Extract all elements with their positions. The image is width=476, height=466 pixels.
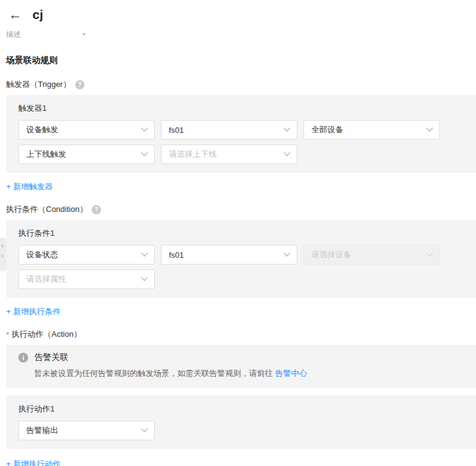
trigger-select-row-1: 设备触发 fs01 全部设备 (18, 120, 464, 140)
chevron-down-icon (141, 149, 147, 156)
chevron-down-icon (426, 125, 433, 132)
alert-body: 暂未被设置为任何告警规则的触发场景，如需关联告警规则，请前往 告警中心 (34, 368, 464, 379)
trigger-event-select[interactable]: 上下线触发 (18, 145, 155, 164)
scene-rule-detail-page: ← cj 描述 - 场景联动规则 触发器（Trigger） ? 触发器1 设备触… (0, 0, 476, 466)
condition-group-title: 执行条件1 (18, 228, 464, 239)
chevron-down-icon (141, 250, 147, 257)
condition-label: 执行条件（Condition） (6, 204, 87, 215)
required-mark: * (6, 330, 9, 339)
alert-association-panel: i 告警关联 暂未被设置为任何告警规则的触发场景，如需关联告警规则，请前往 告警… (6, 345, 476, 388)
condition-product-select[interactable]: fs01 (161, 245, 297, 265)
trigger-product-select[interactable]: fs01 (161, 120, 297, 140)
alert-center-link[interactable]: 告警中心 (275, 369, 307, 378)
back-arrow-icon[interactable]: ← (9, 8, 22, 21)
description-row: 描述 - (6, 29, 476, 40)
action-label-row: * 执行动作（Action） (6, 329, 476, 340)
condition-type-select[interactable]: 设备状态 (18, 245, 155, 265)
chevron-down-icon (141, 426, 147, 432)
alert-title: 告警关联 (34, 352, 69, 363)
description-value: - (83, 29, 85, 40)
trigger-select-row-2: 上下线触发 请选择上下线 (18, 145, 464, 164)
trigger-group-title: 触发器1 (18, 103, 464, 114)
chevron-down-icon (141, 125, 147, 132)
section-title: 场景联动规则 (6, 55, 476, 66)
description-label: 描述 (6, 29, 21, 40)
condition-device-select: 请选择设备 (303, 245, 440, 265)
trigger-device-select[interactable]: 全部设备 (303, 120, 440, 140)
help-icon[interactable]: ? (92, 205, 101, 214)
action-panel: 执行动作1 告警输出 (6, 396, 476, 449)
action-select-row: 告警输出 (18, 421, 464, 440)
trigger-label: 触发器（Trigger） (6, 79, 71, 90)
trigger-panel: 触发器1 设备触发 fs01 全部设备 上下线触发 请选择上下线 (6, 95, 476, 173)
add-condition-button[interactable]: + 新增执行条件 (6, 306, 61, 317)
chevron-down-icon (141, 274, 147, 281)
action-type-select[interactable]: 告警输出 (18, 421, 155, 440)
info-icon: i (18, 353, 28, 363)
page-title: cj (32, 7, 43, 21)
chevron-down-icon (283, 250, 290, 257)
chevron-down-icon (426, 250, 433, 257)
condition-select-row-2: 请选择属性 (18, 269, 464, 289)
chevron-down-icon (283, 149, 290, 156)
add-trigger-button[interactable]: + 新增触发器 (6, 181, 53, 192)
edge-drag-handle[interactable] (0, 238, 6, 271)
condition-property-select[interactable]: 请选择属性 (18, 269, 155, 289)
condition-panel: 执行条件1 设备状态 fs01 请选择设备 请选择属性 (6, 220, 476, 298)
page-header: ← cj (0, 0, 476, 21)
trigger-label-row: 触发器（Trigger） ? (6, 79, 476, 90)
chevron-left-icon (1, 254, 5, 258)
trigger-online-select[interactable]: 请选择上下线 (161, 145, 297, 164)
alert-head: i 告警关联 (18, 352, 464, 363)
trigger-type-select[interactable]: 设备触发 (18, 120, 155, 140)
action-group-title: 执行动作1 (18, 404, 464, 415)
condition-select-row-1: 设备状态 fs01 请选择设备 (18, 245, 464, 265)
chevron-down-icon (283, 125, 290, 132)
chevron-left-icon (1, 244, 5, 248)
alert-text: 暂未被设置为任何告警规则的触发场景，如需关联告警规则，请前往 (34, 369, 275, 378)
condition-label-row: 执行条件（Condition） ? (6, 204, 476, 215)
add-action-button[interactable]: + 新增执行动作 (6, 459, 61, 466)
help-icon[interactable]: ? (75, 80, 84, 89)
action-label: 执行动作（Action） (12, 329, 81, 340)
